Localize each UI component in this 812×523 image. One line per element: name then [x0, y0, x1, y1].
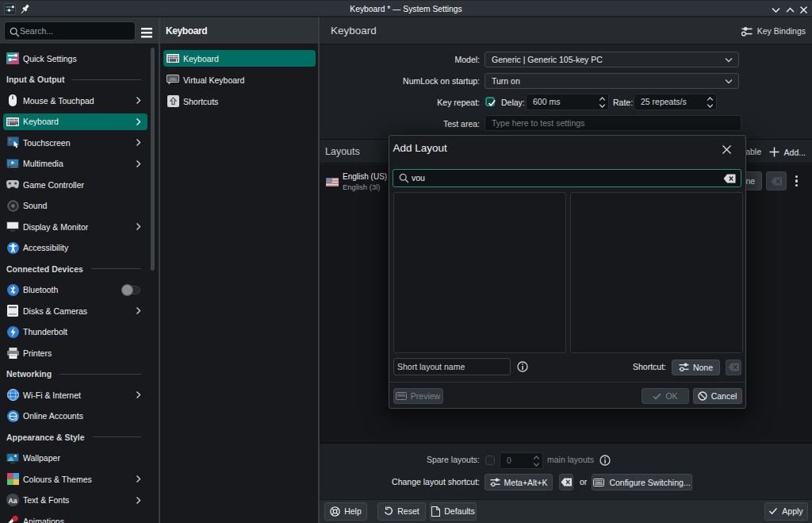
- svg-text:Aa: Aa: [9, 497, 17, 505]
